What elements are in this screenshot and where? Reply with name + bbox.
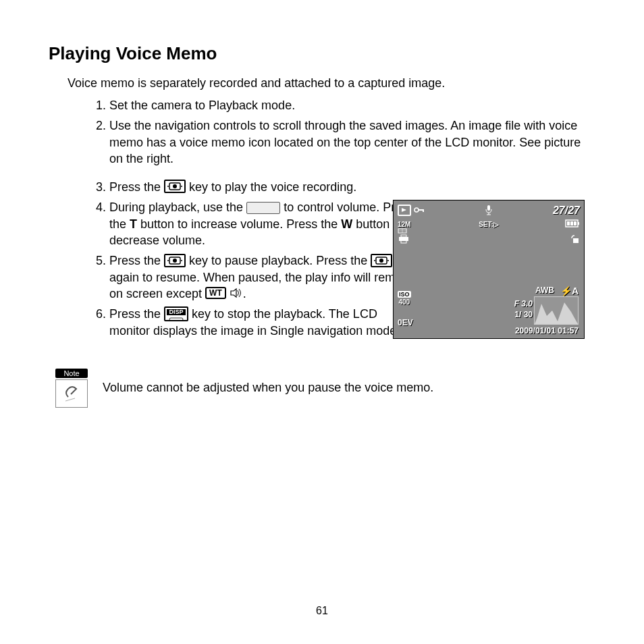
page-title: Playing Voice Memo — [49, 43, 595, 64]
svg-point-2 — [167, 186, 169, 187]
histogram-icon — [534, 296, 579, 325]
step-3: Press the key to play the voice recordin… — [109, 179, 595, 195]
step-1: Set the camera to Playback mode. — [109, 97, 595, 113]
svg-point-7 — [181, 260, 182, 261]
svg-rect-27 — [401, 235, 406, 237]
playback-mode-icon — [398, 205, 411, 216]
disp-key-icon: DISP — [164, 306, 188, 321]
step-4: During playback, use the to control volu… — [109, 199, 420, 248]
svg-rect-12 — [169, 318, 183, 321]
play-key-icon — [164, 180, 186, 193]
svg-rect-22 — [574, 221, 576, 225]
note-block: Note Volume cannot be adjusted when you … — [55, 369, 595, 408]
iso-indicator: ISO 400 — [398, 291, 411, 306]
svg-point-1 — [173, 184, 177, 188]
wt-icon: WT — [205, 287, 226, 299]
svg-point-11 — [387, 260, 389, 261]
svg-rect-16 — [423, 209, 424, 212]
svg-marker-13 — [402, 208, 406, 212]
svg-point-6 — [167, 260, 169, 261]
flash-indicator: ⚡A — [560, 286, 579, 296]
battery-icon — [565, 219, 580, 229]
lcd-preview: 27/27 12M SET:▷ ISO 400 0EV AWB ⚡A F 3.0… — [393, 200, 585, 339]
speaker-icon — [230, 288, 243, 298]
key-icon — [414, 207, 425, 215]
step-2: Use the navigation controls to scroll th… — [109, 117, 595, 167]
set-indicator: SET:▷ — [479, 221, 499, 228]
resolution-badge: 12M — [398, 221, 410, 234]
datetime-stamp: 2009/01/01 01:57 — [515, 326, 579, 336]
page-number: 61 — [316, 605, 328, 617]
printer-icon — [398, 234, 410, 245]
awb-indicator: AWB — [535, 286, 554, 295]
svg-rect-21 — [570, 221, 573, 225]
shutter-value: 1/ 30 — [514, 310, 533, 319]
microphone-icon — [485, 205, 493, 217]
step-5: Press the key to pause playback. Press t… — [109, 252, 420, 302]
note-text: Volume cannot be adjusted when you pause… — [103, 381, 433, 395]
image-counter: 27/27 — [553, 205, 580, 217]
ev-indicator: 0EV — [398, 318, 413, 327]
step-6: Press the DISP key to stop the playback.… — [109, 306, 420, 339]
intro-text: Voice memo is separately recorded and at… — [68, 76, 595, 90]
svg-point-9 — [379, 259, 383, 263]
svg-point-10 — [374, 260, 375, 261]
svg-point-3 — [181, 186, 182, 187]
svg-rect-29 — [573, 238, 579, 243]
play-key-icon — [371, 254, 392, 267]
svg-point-14 — [414, 208, 419, 212]
note-label: Note — [55, 369, 88, 378]
unlock-icon — [568, 234, 580, 245]
svg-point-5 — [173, 259, 177, 263]
svg-rect-17 — [487, 205, 490, 211]
aperture-value: F 3.0 — [514, 299, 533, 308]
svg-rect-20 — [567, 221, 570, 225]
play-key-icon — [164, 254, 186, 267]
svg-rect-19 — [578, 222, 579, 225]
paperclip-icon — [55, 379, 88, 408]
zoom-control-icon — [246, 202, 280, 214]
